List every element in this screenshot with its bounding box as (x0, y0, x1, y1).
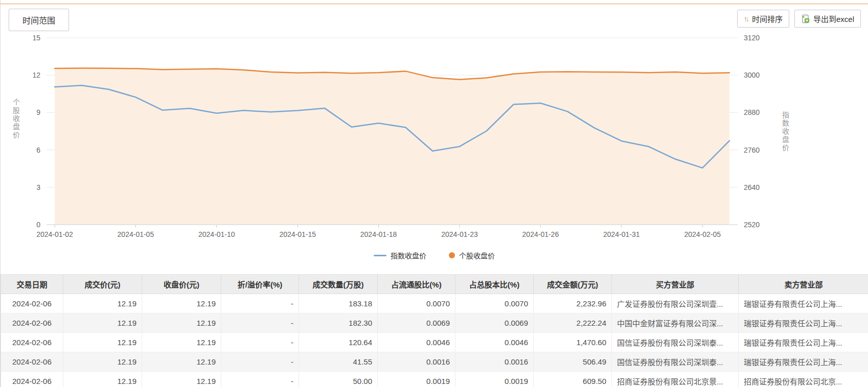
cell-2-7: 1,470.60 (534, 333, 612, 352)
column-header-7: 成交金额(万元) (534, 275, 612, 294)
block-trade-table: 交易日期成交价(元)收盘价(元)折/溢价率(%)成交数量(万股)占流通股比(%)… (1, 274, 868, 387)
cell-0-7: 2,232.96 (534, 294, 612, 313)
table-row: 2024-02-0612.1912.19-183.180.00700.00702… (1, 294, 868, 313)
cell-2-8: 国信证券股份有限公司深圳泰... (612, 333, 739, 352)
right-axis-tick-label: 2880 (744, 108, 760, 116)
cell-0-3: - (221, 294, 299, 313)
export-excel-label: 导出到excel (813, 13, 854, 24)
x-axis-tick-label: 2024-01-02 (36, 230, 73, 238)
cell-4-1: 12.19 (63, 372, 142, 387)
cell-0-1: 12.19 (63, 294, 142, 313)
cell-2-9: 瑞银证券有限责任公司上海... (739, 333, 868, 352)
sort-arrows-icon: ↑↓ (744, 15, 748, 23)
cell-1-8: 中国中金财富证券有限公司深... (612, 313, 739, 333)
cell-1-9: 瑞银证券有限责任公司上海... (739, 313, 868, 333)
cell-0-0: 2024-02-06 (1, 294, 63, 313)
right-axis-title: 指数收盘价 (780, 111, 790, 152)
time-sort-button[interactable]: ↑↓ 时间排序 (737, 10, 789, 28)
table-row: 2024-02-0612.1912.19-50.000.00190.001960… (1, 372, 868, 387)
cell-2-2: 12.19 (142, 333, 221, 352)
column-header-4: 成交数量(万股) (299, 275, 378, 294)
cell-1-1: 12.19 (63, 313, 142, 333)
cell-1-2: 12.19 (142, 313, 221, 333)
cell-4-7: 609.50 (534, 372, 612, 387)
cell-2-6: 0.0046 (455, 333, 534, 352)
time-sort-label: 时间排序 (752, 13, 783, 24)
left-axis-tick-label: 12 (32, 71, 40, 79)
cell-1-4: 182.30 (299, 313, 378, 333)
export-excel-button[interactable]: 导出到excel (794, 10, 861, 28)
cell-2-5: 0.0046 (378, 333, 455, 352)
cell-3-8: 国信证券股份有限公司深圳泰... (612, 352, 739, 372)
cell-3-9: 瑞银证券有限责任公司上海... (739, 352, 868, 372)
index-line-marker-icon (374, 255, 386, 256)
cell-4-6: 0.0019 (455, 372, 534, 387)
stock-dot-marker-icon (449, 252, 455, 258)
left-axis-tick-label: 9 (36, 108, 40, 116)
cell-0-6: 0.0070 (455, 294, 534, 313)
cell-2-0: 2024-02-06 (1, 333, 63, 352)
x-axis-tick-label: 2024-02-05 (684, 230, 721, 238)
table-header-row: 交易日期成交价(元)收盘价(元)折/溢价率(%)成交数量(万股)占流通股比(%)… (1, 275, 868, 294)
legend-item-stock[interactable]: 个股收盘价 (449, 250, 495, 260)
cell-4-9: 招商证券股份有限公司北京... (739, 372, 868, 387)
right-axis-tick-label: 2760 (744, 146, 760, 154)
left-axis-tick-label: 0 (36, 221, 40, 229)
toolbar-right-group: ↑↓ 时间排序 导出到excel (737, 10, 861, 28)
cell-1-5: 0.0069 (378, 313, 455, 333)
cell-4-4: 50.00 (299, 372, 378, 387)
cell-3-5: 0.0016 (378, 352, 455, 372)
cell-1-3: - (221, 313, 299, 333)
block-trade-table-wrap: 交易日期成交价(元)收盘价(元)折/溢价率(%)成交数量(万股)占流通股比(%)… (1, 274, 868, 387)
cell-3-4: 41.55 (299, 352, 378, 372)
cell-3-2: 12.19 (142, 352, 221, 372)
x-axis-tick-label: 2024-01-10 (198, 230, 235, 238)
table-row: 2024-02-0612.1912.19-41.550.00160.001650… (1, 352, 868, 372)
x-axis-tick-label: 2024-01-15 (279, 230, 316, 238)
cell-2-1: 12.19 (63, 333, 142, 352)
x-axis-tick-label: 2024-01-05 (118, 230, 154, 238)
cell-4-0: 2024-02-06 (1, 372, 63, 387)
cell-3-0: 2024-02-06 (1, 352, 63, 372)
cell-1-6: 0.0069 (455, 313, 534, 333)
cell-0-4: 183.18 (299, 294, 378, 313)
x-axis-tick-label: 2024-01-26 (522, 230, 559, 238)
right-axis-tick-label: 2520 (744, 221, 760, 229)
left-axis-title: 个股收盘价 (11, 99, 21, 139)
block-trade-page: { "toolbar": { "time_range_label": "时间范围… (0, 0, 868, 387)
column-header-1: 成交价(元) (63, 275, 142, 294)
cell-2-3: - (221, 333, 299, 352)
chart-area: 025203264062760928801230001531202024-01-… (1, 28, 868, 249)
column-header-3: 折/溢价率(%) (221, 275, 299, 294)
column-header-5: 占流通股比(%) (378, 275, 455, 294)
cell-3-7: 506.49 (534, 352, 612, 372)
column-header-6: 占总股本比(%) (455, 275, 534, 294)
chart-legend: 指数收盘价 个股收盘价 (1, 249, 868, 262)
cell-2-4: 120.64 (299, 333, 378, 352)
price-line-chart: 025203264062760928801230001531202024-01-… (1, 28, 868, 247)
left-axis-tick-label: 6 (36, 146, 40, 154)
legend-index-label: 指数收盘价 (391, 250, 426, 260)
legend-item-index[interactable]: 指数收盘价 (374, 250, 426, 260)
x-axis-tick-label: 2024-01-31 (603, 230, 640, 238)
column-header-2: 收盘价(元) (142, 275, 221, 294)
cell-4-5: 0.0019 (378, 372, 455, 387)
left-axis-tick-label: 3 (36, 183, 40, 191)
cell-3-6: 0.0016 (455, 352, 534, 372)
cell-3-3: - (221, 352, 299, 372)
table-row: 2024-02-0612.1912.19-182.300.00690.00692… (1, 313, 868, 333)
cell-4-2: 12.19 (142, 372, 221, 387)
cell-0-8: 广发证券股份有限公司深圳壹... (612, 294, 739, 313)
column-header-9: 卖方营业部 (739, 275, 868, 294)
cell-0-2: 12.19 (142, 294, 221, 313)
cell-4-3: - (221, 372, 299, 387)
right-axis-tick-label: 3120 (744, 34, 760, 42)
table-row: 2024-02-0612.1912.19-120.640.00460.00461… (1, 333, 868, 352)
cell-1-7: 2,222.24 (534, 313, 612, 333)
cell-4-8: 招商证券股份有限公司北京景... (612, 372, 739, 387)
stock-area-fill (55, 68, 729, 225)
excel-icon (801, 14, 810, 23)
x-axis-tick-label: 2024-01-18 (360, 230, 397, 238)
right-axis-tick-label: 2640 (744, 183, 760, 191)
x-axis-tick-label: 2024-01-23 (441, 230, 478, 238)
